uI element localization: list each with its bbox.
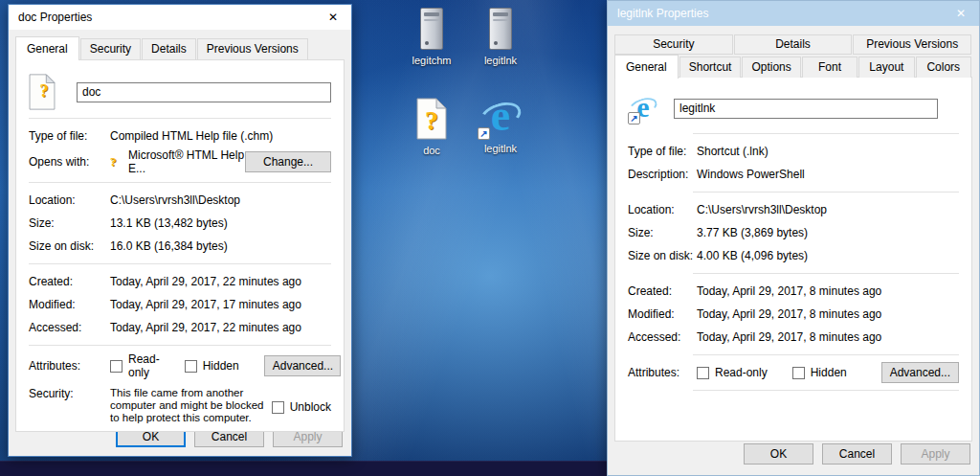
titlebar[interactable]: legitlnk Properties ✕: [608, 1, 979, 26]
tab-details[interactable]: Details: [734, 34, 853, 55]
cancel-button[interactable]: Cancel: [822, 443, 892, 465]
question-mark-icon: ?: [29, 81, 59, 102]
field-label: Type of file:: [29, 129, 110, 143]
separator: [693, 133, 959, 134]
advanced-button[interactable]: Advanced...: [881, 362, 959, 383]
field-value: Today, April 29, 2017, 8 minutes ago: [697, 307, 959, 321]
general-tab-page: e ↗ Type of file: Shortcut (.lnk) Descri…: [614, 77, 972, 442]
hidden-checkbox[interactable]: [792, 367, 805, 379]
desktop-icon-label: legitlnk: [470, 55, 531, 67]
unblock-label: Unblock: [290, 400, 331, 414]
question-mark-icon: ?: [409, 105, 455, 136]
field-label: Attributes:: [29, 359, 110, 373]
field-value: Microsoft® HTML Help E...: [128, 148, 245, 175]
field-label: Description:: [628, 168, 697, 181]
field-value: 13.1 KB (13,482 bytes): [110, 216, 331, 230]
field-label: Modified:: [29, 298, 110, 311]
field-value: Compiled HTML Help file (.chm): [110, 129, 331, 143]
field-value: Today, April 29, 2017, 17 minutes ago: [110, 298, 331, 311]
internet-explorer-icon: e ↗: [478, 94, 523, 140]
tab-strip-back-row: Security Details Previous Versions: [614, 34, 972, 55]
readonly-label: Read-only: [715, 366, 768, 379]
field-value: Windows PowerShell: [697, 168, 959, 181]
filename-input[interactable]: [674, 99, 938, 119]
close-icon[interactable]: ✕: [315, 5, 351, 30]
readonly-checkbox[interactable]: [697, 367, 709, 379]
close-icon[interactable]: ✕: [943, 1, 979, 26]
desktop-icon-legitlnk-ie[interactable]: e ↗ legitlnk: [470, 94, 531, 155]
chm-help-file-icon: ?: [409, 96, 455, 142]
field-value: C:\Users\rvrsh3ll\Desktop: [110, 193, 331, 207]
apply-button[interactable]: Apply: [901, 443, 970, 465]
separator: [29, 345, 331, 346]
field-label: Created:: [29, 275, 110, 288]
hidden-label: Hidden: [811, 366, 847, 379]
tab-security[interactable]: Security: [80, 38, 141, 59]
field-value: Today, April 29, 2017, 22 minutes ago: [110, 321, 331, 334]
tab-shortcut[interactable]: Shortcut: [679, 57, 742, 78]
desktop-icon-label: doc: [401, 145, 462, 157]
separator: [29, 118, 331, 119]
ok-button[interactable]: OK: [744, 443, 813, 465]
filename-input[interactable]: [77, 82, 331, 102]
desktop: legitchm legitlnk ? doc e ↗ legitlnk doc…: [0, 0, 980, 476]
field-label: Location:: [628, 203, 697, 216]
field-label: Security:: [29, 387, 110, 400]
separator: [693, 192, 959, 193]
tab-previous-versions[interactable]: Previous Versions: [197, 38, 308, 59]
field-label: Size on disk:: [628, 249, 697, 262]
field-label: Size on disk:: [29, 239, 110, 253]
dialog-title: doc Properties: [18, 11, 92, 24]
tab-colors[interactable]: Colors: [916, 57, 971, 78]
dialog-title: legitlnk Properties: [617, 7, 708, 20]
security-warning-text: This file came from another computer and…: [110, 387, 266, 424]
shortcut-arrow-icon: ↗: [628, 112, 640, 125]
field-label: Location:: [29, 193, 110, 207]
computer-icon: [478, 6, 523, 52]
chm-file-icon: ?: [29, 74, 59, 110]
field-label: Type of file:: [628, 145, 697, 158]
field-value: Today, April 29, 2017, 22 minutes ago: [110, 275, 331, 288]
computer-icon: [409, 6, 455, 52]
separator: [693, 273, 959, 274]
tab-strip: General Security Details Previous Versio…: [15, 36, 345, 59]
field-label: Accessed:: [628, 330, 697, 344]
field-label: Size:: [628, 226, 697, 239]
tab-layout[interactable]: Layout: [858, 57, 914, 78]
titlebar[interactable]: doc Properties ✕: [9, 5, 351, 30]
legitlnk-properties-dialog: legitlnk Properties ✕ Security Details P…: [607, 0, 980, 476]
doc-properties-dialog: doc Properties ✕ General Security Detail…: [8, 4, 352, 457]
field-value: 16.0 KB (16,384 bytes): [110, 239, 331, 253]
tab-options[interactable]: Options: [742, 57, 800, 78]
separator: [693, 354, 959, 355]
field-value: Today, April 29, 2017, 8 minutes ago: [697, 330, 959, 344]
field-label: Accessed:: [29, 321, 110, 334]
field-label: Attributes:: [628, 366, 697, 379]
tab-general[interactable]: General: [614, 55, 679, 79]
desktop-icon-label: legitchm: [401, 55, 462, 67]
field-label: Created:: [628, 284, 697, 298]
field-value: 4.00 KB (4,096 bytes): [697, 249, 959, 262]
tab-security[interactable]: Security: [614, 34, 733, 55]
hidden-label: Hidden: [203, 359, 239, 373]
html-help-app-icon: ?: [110, 154, 123, 170]
tab-previous-versions[interactable]: Previous Versions: [853, 34, 971, 55]
field-label: Modified:: [628, 307, 697, 321]
readonly-checkbox[interactable]: [110, 360, 122, 373]
desktop-icon-doc[interactable]: ? doc: [401, 96, 462, 157]
field-value: 3.77 KB (3,869 bytes): [697, 226, 959, 239]
desktop-icon-legitlnk-top[interactable]: legitlnk: [470, 6, 531, 67]
unblock-checkbox[interactable]: [272, 401, 284, 414]
desktop-icon-legitchm[interactable]: legitchm: [401, 6, 462, 67]
advanced-button[interactable]: Advanced...: [264, 355, 341, 376]
powershell-shortcut-icon: e ↗: [628, 92, 658, 125]
tab-font[interactable]: Font: [802, 57, 858, 78]
tab-general[interactable]: General: [15, 36, 79, 60]
general-tab-page: ? Type of file: Compiled HTML Help file …: [15, 59, 345, 432]
dialog-buttons: OK Cancel Apply: [744, 443, 970, 465]
change-button[interactable]: Change...: [245, 151, 331, 172]
field-value: Shortcut (.lnk): [697, 145, 959, 158]
separator: [29, 263, 331, 264]
tab-details[interactable]: Details: [142, 38, 196, 59]
hidden-checkbox[interactable]: [185, 360, 197, 373]
